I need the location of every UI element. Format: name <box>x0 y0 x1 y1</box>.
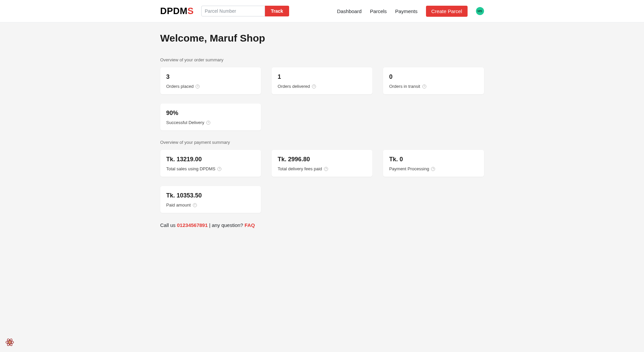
card-value: Tk. 2996.80 <box>278 156 366 163</box>
phone-number[interactable]: 01234567891 <box>177 222 208 228</box>
card-label: Orders placed <box>166 84 255 89</box>
help-icon[interactable] <box>324 167 328 171</box>
help-icon[interactable] <box>217 167 221 171</box>
card-total-sales: Tk. 13219.00 Total sales using DPDMS <box>160 150 261 177</box>
search-group: Track <box>201 6 289 16</box>
card-value: Tk. 13219.00 <box>166 156 255 163</box>
card-label: Paid amount <box>166 202 255 208</box>
help-icon[interactable] <box>196 84 200 89</box>
card-paid-amount: Tk. 10353.50 Paid amount <box>160 186 261 213</box>
card-label: Total sales using DPDMS <box>166 166 255 171</box>
logo[interactable]: DPDMS <box>160 6 194 16</box>
card-successful-delivery: 90% Successful Delivery <box>160 104 261 130</box>
help-icon[interactable] <box>312 84 316 89</box>
create-parcel-button[interactable]: Create Parcel <box>426 6 468 17</box>
question-label: | any question? <box>208 222 245 228</box>
card-label: Payment Processing <box>389 166 478 171</box>
parcel-search-input[interactable] <box>201 6 265 16</box>
card-label: Total delivery fees paid <box>278 166 366 171</box>
help-icon[interactable] <box>431 167 435 171</box>
card-value: 0 <box>389 73 478 80</box>
logo-main: DPDM <box>160 6 188 16</box>
card-value: 90% <box>166 110 255 117</box>
help-icon[interactable] <box>206 121 210 125</box>
card-value: 3 <box>166 73 255 80</box>
card-value: Tk. 0 <box>389 156 478 163</box>
card-label: Successful Delivery <box>166 120 255 125</box>
order-summary-title: Overview of your order summary <box>160 57 484 62</box>
payment-cards-row2: Tk. 10353.50 Paid amount <box>160 186 484 213</box>
order-cards-row1: 3 Orders placed 1 Orders delivered 0 Ord… <box>160 67 484 94</box>
avatar[interactable]: MS <box>476 7 484 15</box>
help-icon[interactable] <box>193 203 197 207</box>
payment-cards-row1: Tk. 13219.00 Total sales using DPDMS Tk.… <box>160 150 484 177</box>
track-button[interactable]: Track <box>265 6 289 16</box>
card-value: 1 <box>278 73 366 80</box>
nav-parcels[interactable]: Parcels <box>370 8 387 14</box>
faq-link[interactable]: FAQ <box>245 222 255 228</box>
card-delivery-fees: Tk. 2996.80 Total delivery fees paid <box>272 150 372 177</box>
nav: Dashboard Parcels Payments Create Parcel… <box>337 6 484 17</box>
payment-summary-title: Overview of your payment summary <box>160 140 484 145</box>
card-payment-processing: Tk. 0 Payment Processing <box>383 150 484 177</box>
call-us-label: Call us <box>160 222 177 228</box>
card-orders-transit: 0 Orders in transit <box>383 67 484 94</box>
card-orders-placed: 3 Orders placed <box>160 67 261 94</box>
page-title: Welcome, Maruf Shop <box>160 33 484 44</box>
card-label: Orders in transit <box>389 84 478 89</box>
card-orders-delivered: 1 Orders delivered <box>272 67 372 94</box>
help-icon[interactable] <box>422 84 426 89</box>
logo-s: S <box>187 6 194 16</box>
card-label: Orders delivered <box>278 84 366 89</box>
nav-payments[interactable]: Payments <box>395 8 418 14</box>
nav-dashboard[interactable]: Dashboard <box>337 8 362 14</box>
avatar-initials: MS <box>478 9 482 13</box>
card-value: Tk. 10353.50 <box>166 192 255 199</box>
footer-text: Call us 01234567891 | any question? FAQ <box>160 222 484 228</box>
order-cards-row2: 90% Successful Delivery <box>160 104 484 130</box>
